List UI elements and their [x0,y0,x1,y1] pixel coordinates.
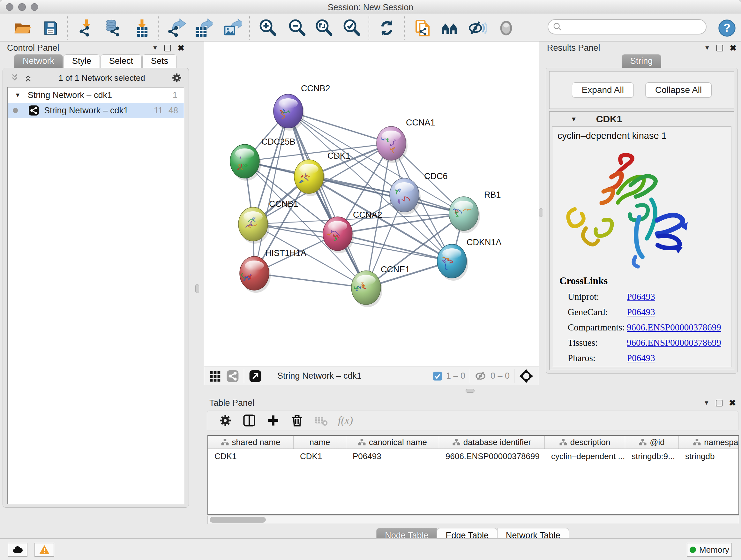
tab-string[interactable]: String [622,54,662,68]
table-cell[interactable]: P06493 [346,451,439,461]
zoom-out-button[interactable] [287,18,307,38]
share-view-icon[interactable] [226,369,239,383]
tab-network[interactable]: Network [14,54,63,68]
table-cell[interactable]: 9606.ENSP00000378699 [439,451,545,461]
warnings-button[interactable] [35,543,54,557]
table-cell[interactable]: CDK1 [208,451,293,461]
expand-all-button[interactable]: Expand All [572,82,634,98]
expand-all-icon[interactable] [24,74,32,82]
title-bar[interactable]: Session: New Session [0,0,741,14]
import-network-file-button[interactable] [76,18,96,38]
tab-select[interactable]: Select [100,54,142,68]
column-header-namespace[interactable]: namespace [679,436,739,449]
crosslink-label: Uniprot: [568,292,627,302]
zoom-fit-button[interactable] [314,18,334,38]
column-header-shared-name[interactable]: shared name [208,436,293,449]
open-external-icon[interactable] [249,369,262,383]
table-cell[interactable]: cyclin–dependent ... [545,451,625,461]
network-edge-CCNB2-CCNE1[interactable] [288,111,366,288]
zoom-selected-icon [342,19,361,37]
search-field[interactable] [548,19,706,35]
network-row[interactable]: String Network – cdk1 11 48 [8,103,184,118]
crosslink-link[interactable]: P06493 [627,307,655,317]
column-header--id[interactable]: @id [625,436,679,449]
float-panel-icon[interactable] [164,45,171,51]
shared-column-icon [358,438,366,446]
table-panel: Table Panel ▼ ✖ [204,396,741,538]
panel-menu-icon[interactable]: ▼ [152,44,158,51]
entry-expander-icon[interactable]: ▼ [570,116,577,123]
crosslink-link[interactable]: P06493 [627,353,655,363]
float-panel-icon[interactable] [716,400,723,407]
status-bar: Memory [0,538,741,560]
crosslink-link[interactable]: 9606.ENSP00000378699 [627,322,721,333]
horizontal-splitter-handle[interactable] [466,389,475,393]
horizontal-splitter[interactable] [204,385,539,396]
network-node-CCNE1[interactable]: CCNE1 [351,265,410,305]
memory-button[interactable]: Memory [687,543,732,557]
collapse-all-button[interactable]: Collapse All [645,82,712,98]
table-settings-gear-icon[interactable] [219,414,232,427]
table-panel-title: Table Panel [209,398,254,408]
export-table-button[interactable] [193,18,213,38]
network-node-CDKN1A[interactable]: CDKN1A [437,238,502,278]
collapse-all-icon[interactable] [10,74,19,82]
network-collection-row[interactable]: ▼ String Network – cdk1 1 [8,87,184,103]
gear-icon[interactable] [172,72,182,83]
tab-sets[interactable]: Sets [142,54,177,68]
column-header-canonical-name[interactable]: canonical name [346,436,439,449]
export-network-button[interactable] [166,18,186,38]
tab-style[interactable]: Style [64,54,100,68]
network-edge-HIST1H1A-CCNE1[interactable] [254,273,366,288]
close-panel-icon[interactable]: ✖ [730,43,737,53]
float-panel-icon[interactable] [717,45,723,51]
scrollbar-thumb[interactable] [210,517,266,523]
save-session-button[interactable] [41,18,60,38]
show-all-button[interactable] [496,18,516,38]
export-image-button[interactable] [222,18,242,38]
panel-menu-icon[interactable]: ▼ [703,399,710,407]
left-splitter-handle[interactable] [195,284,199,293]
network-node-CDC25B[interactable]: CDC25B [230,137,295,178]
table-cell[interactable]: stringdb [679,451,739,461]
node-entry-header[interactable]: ▼ CDK1 [549,112,734,126]
help-button[interactable]: ? [717,18,737,38]
column-header-name[interactable]: name [293,436,346,449]
show-columns-icon[interactable] [242,414,256,428]
cloud-button[interactable] [8,543,27,557]
node-table[interactable]: shared namenamecanonical namedatabase id… [207,435,739,515]
table-row[interactable]: CDK1CDK1P064939606.ENSP00000378699cyclin… [208,449,738,463]
open-session-button[interactable] [12,18,32,38]
column-header-description[interactable]: description [545,436,625,449]
zoom-in-button[interactable] [258,18,278,38]
table-cell[interactable]: CDK1 [293,451,346,461]
table-horizontal-scrollbar[interactable] [207,516,739,524]
grid-view-icon[interactable] [209,370,221,382]
selected-checkbox-icon[interactable] [432,371,443,381]
column-header-database-identifier[interactable]: database identifier [439,436,545,449]
network-canvas[interactable]: CCNB2CCNA1CDC25BCDK1CDC6RB1CCNB1CCNA2CDK… [204,42,539,367]
crosslink-link[interactable]: 9606.ENSP00000378699 [627,337,721,348]
table-cell[interactable]: stringdb:9... [625,451,679,461]
delete-column-icon[interactable] [290,414,304,428]
apply-layout-button[interactable] [377,18,397,38]
birdseye-view-icon[interactable] [519,369,534,383]
import-table-button[interactable] [132,18,151,38]
zoom-selected-button[interactable] [342,18,361,38]
panel-menu-icon[interactable]: ▼ [704,44,710,51]
network-node-HIST1H1A[interactable]: HIST1H1A [240,248,307,290]
crosslink-link[interactable]: P06493 [627,292,655,302]
crosslink-label: Tissues: [568,337,627,348]
search-input[interactable] [562,20,706,33]
close-panel-icon[interactable]: ✖ [729,398,736,408]
refresh-icon [378,19,396,37]
clone-network-button[interactable] [413,18,433,38]
tree-expander-icon[interactable]: ▼ [15,91,21,99]
hide-selected-button[interactable] [468,18,488,38]
import-network-database-button[interactable] [103,18,122,38]
node-label-CDK1: CDK1 [327,151,350,161]
first-neighbors-button[interactable] [440,18,460,38]
close-panel-icon[interactable]: ✖ [178,43,185,53]
network-node-RB1[interactable]: RB1 [449,190,501,231]
add-column-icon[interactable] [266,414,280,427]
